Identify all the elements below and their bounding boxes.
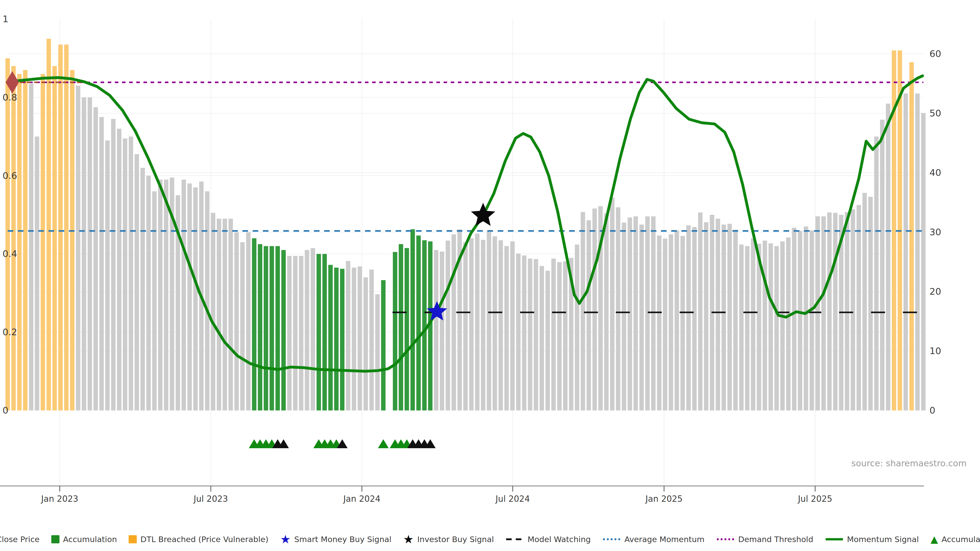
close-price-bar [111, 119, 115, 410]
accumulation-swatch-icon: ▲ [931, 535, 938, 543]
close-price-bar [123, 138, 127, 410]
x-axis-tick-label: Jul 2025 [797, 494, 832, 504]
y-right-tick-label: 10 [929, 346, 941, 356]
accumulation-bar [340, 269, 344, 410]
close-price-bar [481, 240, 485, 410]
dtl-breached-bar [11, 66, 16, 410]
close-price-bar [369, 270, 374, 410]
accumulation-triangle-icon [378, 439, 389, 448]
close-price-bar [504, 246, 509, 410]
close-price-bar [534, 259, 538, 410]
accumulation-bar [334, 268, 339, 410]
close-price-bar [628, 218, 632, 410]
close-price-bar [616, 207, 620, 410]
close-price-bar [105, 141, 110, 410]
close-price-bar [363, 277, 368, 410]
close-price-bar [375, 294, 380, 410]
legend-label: Momentum Signal [847, 535, 919, 544]
close-price-bar [310, 248, 315, 410]
y-right-tick-label: 30 [929, 227, 941, 237]
close-price-bar [557, 262, 562, 410]
close-price-bar [223, 219, 227, 410]
accumulation-bar [317, 254, 321, 410]
close-price-bar [240, 242, 245, 410]
close-price-bar [639, 224, 644, 410]
close-price-bar [528, 259, 532, 410]
close-price-bar [815, 216, 820, 410]
close-price-bar [587, 220, 591, 410]
accumulation-bar [416, 235, 421, 410]
y-left-tick-label: 0.4 [3, 248, 17, 259]
dtl-breached-bar [58, 44, 62, 410]
y-right-tick-label: 20 [929, 286, 941, 297]
close-price-bar [721, 224, 726, 410]
close-price-bar [786, 238, 791, 410]
close-price-bar [856, 205, 861, 410]
close-price-bar [768, 243, 773, 410]
dtl-breached-bar [70, 70, 74, 410]
close-price-bar [463, 242, 468, 410]
close-price-bar [129, 137, 133, 410]
close-price-bar [358, 266, 362, 410]
source-note: source: sharemaestro.com [851, 458, 967, 468]
accumulation-bar [410, 229, 415, 410]
close-price-bar [886, 103, 890, 410]
close-price-bar [680, 236, 685, 410]
close-price-bar [692, 227, 697, 410]
close-price-bar [88, 97, 92, 410]
y-left-tick-label: 1 [3, 14, 8, 24]
close-price-bar [346, 261, 350, 410]
close-price-bar [880, 120, 884, 410]
dtl-breached-price-vulnerable-swatch-icon [129, 535, 137, 543]
dtl-breached-bar [52, 66, 57, 410]
y-right-tick-label: 0 [929, 405, 935, 416]
accumulation-bar [264, 246, 268, 410]
close-price-bar [581, 212, 585, 410]
accumulation-bar [281, 250, 286, 410]
close-price-bar [522, 256, 526, 410]
close-price-bar [469, 238, 473, 410]
smart-money-buy-signal-swatch-icon: ★ [280, 535, 291, 543]
x-axis-tick-label: Jan 2024 [343, 494, 380, 504]
y-left-tick-label: 0 [3, 405, 8, 416]
close-price-bar [234, 232, 239, 410]
y-right-tick-label: 50 [929, 108, 941, 118]
legend-label: Accumulation [63, 535, 117, 544]
legend-label: Accumulation [942, 535, 980, 544]
investor-buy-signal-swatch-icon: ★ [403, 535, 414, 543]
close-price-bar [915, 94, 920, 410]
price-momentum-chart: Jan 2023Jul 2023Jan 2024Jul 2024Jan 2025… [0, 0, 980, 526]
close-price-bar [305, 250, 309, 410]
legend-label: Demand Threshold [738, 535, 813, 544]
close-price-bar [287, 256, 291, 410]
close-price-bar [921, 113, 925, 410]
average-momentum-swatch-icon [603, 537, 621, 541]
close-price-bar [622, 223, 626, 410]
momentum-signal-swatch-icon [825, 537, 843, 541]
x-axis-tick-label: Jul 2023 [193, 494, 228, 504]
accumulation-bar [252, 238, 256, 410]
accumulation-bar [322, 254, 327, 410]
accumulation-bar [404, 248, 409, 410]
close-price-bar [493, 236, 497, 410]
close-price-bar [498, 240, 503, 410]
accumulation-bar [258, 244, 262, 410]
close-price-bar [440, 251, 444, 410]
close-price-bar [181, 179, 186, 410]
legend-label: Close Price [0, 535, 40, 544]
y-right-tick-label: 60 [929, 48, 941, 59]
y-left-tick-label: 0.6 [3, 170, 17, 181]
close-price-bar [99, 117, 103, 411]
close-price-bar [733, 230, 738, 410]
close-price-bar [727, 224, 732, 410]
accumulation-bar [393, 252, 397, 410]
chart-legend: Close PriceAccumulationDTL Breached (Pri… [0, 535, 980, 544]
accumulation-bar [422, 240, 426, 410]
close-price-bar [563, 262, 567, 410]
close-price-bar [146, 176, 151, 410]
close-price-bar [434, 250, 438, 410]
legend-item-accumulation: ▲Accumulation [931, 535, 980, 544]
x-axis-tick-label: Jul 2024 [495, 494, 530, 504]
legend-item-momentum-signal: Momentum Signal [825, 535, 919, 544]
close-price-bar [657, 235, 661, 410]
